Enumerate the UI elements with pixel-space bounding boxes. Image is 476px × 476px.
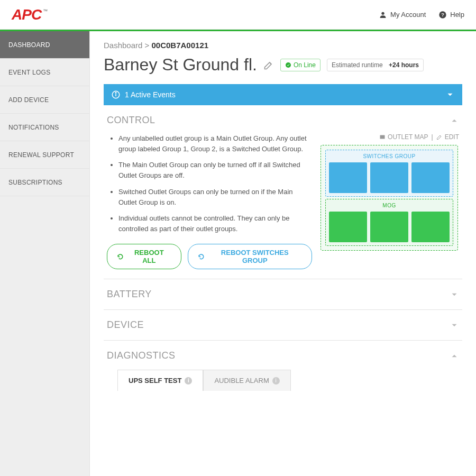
- help-link[interactable]: ? Help: [438, 11, 464, 19]
- control-header[interactable]: CONTROL: [107, 115, 459, 126]
- svg-point-6: [115, 93, 116, 94]
- diagnostics-tabs: UPS SELF TEST i AUDIBLE ALARM i: [117, 370, 459, 391]
- list-item: Individual outlets cannot be controlled.…: [118, 213, 312, 234]
- outlet: [411, 212, 450, 242]
- chevron-up-icon: [450, 116, 459, 125]
- active-events-bar[interactable]: 1 Active Events: [104, 84, 462, 105]
- title-row: Barney St Ground fl. On Line Estimated r…: [104, 55, 462, 75]
- outlet: [411, 162, 450, 193]
- pencil-icon: [263, 60, 274, 70]
- edit-map-link[interactable]: EDIT: [436, 133, 459, 141]
- diagnostics-header[interactable]: DIAGNOSTICS: [107, 350, 459, 361]
- device-header[interactable]: DEVICE: [107, 319, 459, 331]
- list-item: Switched Outlet Groups can only be turne…: [118, 187, 312, 208]
- list-item: Any unlabelled outlet group is a Main Ou…: [118, 133, 312, 154]
- info-icon: i: [272, 377, 280, 385]
- chevron-down-icon: [450, 290, 459, 299]
- svg-point-3: [286, 62, 291, 68]
- outlet: [329, 212, 367, 242]
- breadcrumb-sep: >: [145, 41, 150, 50]
- svg-text:?: ?: [441, 12, 444, 17]
- top-actions: My Account ? Help: [379, 11, 464, 19]
- trademark: ™: [43, 8, 48, 14]
- outlet: [370, 162, 408, 193]
- sidebar-item-notifications[interactable]: NOTIFICATIONS: [0, 114, 89, 141]
- help-label: Help: [450, 11, 464, 19]
- main-outlet-group[interactable]: MOG: [325, 199, 453, 246]
- device-panel: DEVICE: [104, 310, 462, 341]
- chevron-down-icon: [450, 321, 459, 330]
- tab-audible-alarm[interactable]: AUDIBLE ALARM i: [203, 370, 290, 391]
- reboot-switches-button[interactable]: REBOOT SWITCHES GROUP: [188, 244, 312, 269]
- outlet: [329, 162, 367, 193]
- refresh-icon: [117, 253, 124, 260]
- svg-rect-7: [380, 135, 385, 139]
- image-icon: [379, 134, 386, 140]
- battery-panel: BATTERY: [104, 279, 462, 310]
- sidebar-item-event-logs[interactable]: EVENT LOGS: [0, 59, 89, 86]
- top-bar: APC ™ My Account ? Help: [0, 0, 476, 30]
- outlet-map-link[interactable]: OUTLET MAP: [379, 133, 428, 141]
- page-title: Barney St Ground fl.: [104, 55, 257, 75]
- sidebar-item-subscriptions[interactable]: SUBSCRIPTIONS: [0, 169, 89, 196]
- breadcrumb-current: 00C0B7A00121: [152, 41, 209, 50]
- check-circle-icon: [285, 62, 291, 68]
- brand-logo: APC ™: [12, 6, 48, 23]
- sidebar-item-add-device[interactable]: ADD DEVICE: [0, 86, 89, 114]
- chevron-up-icon: [450, 351, 459, 361]
- runtime-badge: Estimated runtime +24 hours: [327, 59, 424, 71]
- brand-text: APC: [12, 6, 41, 23]
- help-icon: ?: [438, 11, 447, 19]
- reboot-all-button[interactable]: REBOOT ALL: [107, 244, 181, 269]
- events-text: 1 Active Events: [125, 90, 176, 99]
- map-actions: OUTLET MAP | EDIT: [321, 133, 459, 141]
- status-badge: On Line: [280, 59, 321, 71]
- switches-group[interactable]: SWITCHES GROUP: [325, 150, 453, 197]
- main-content: Dashboard > 00C0B7A00121 Barney St Groun…: [90, 31, 476, 476]
- refresh-icon: [198, 253, 205, 260]
- sidebar: DASHBOARD EVENT LOGS ADD DEVICE NOTIFICA…: [0, 31, 90, 476]
- control-description: Any unlabelled outlet group is a Main Ou…: [107, 133, 312, 269]
- info-icon: i: [185, 377, 192, 385]
- breadcrumb-root[interactable]: Dashboard: [104, 41, 142, 50]
- my-account-link[interactable]: My Account: [379, 11, 426, 19]
- control-panel: CONTROL Any unlabelled outlet group is a…: [104, 105, 462, 279]
- user-icon: [379, 11, 387, 19]
- svg-point-0: [381, 12, 384, 14]
- edit-title-icon[interactable]: [263, 60, 274, 70]
- breadcrumb: Dashboard > 00C0B7A00121: [104, 41, 462, 50]
- outlet: [370, 212, 408, 242]
- outlet-map: SWITCHES GROUP MOG: [321, 145, 458, 251]
- pencil-icon: [436, 134, 443, 140]
- list-item: The Main Outlet Group can only be turned…: [118, 160, 312, 181]
- sidebar-item-dashboard[interactable]: DASHBOARD: [0, 31, 89, 59]
- sidebar-item-renewal-support[interactable]: RENEWAL SUPPORT: [0, 141, 89, 169]
- my-account-label: My Account: [390, 11, 426, 19]
- info-icon: [111, 90, 121, 99]
- battery-header[interactable]: BATTERY: [107, 289, 459, 300]
- chevron-down-icon: [445, 90, 455, 99]
- tab-ups-self-test[interactable]: UPS SELF TEST i: [117, 370, 203, 391]
- diagnostics-panel: DIAGNOSTICS UPS SELF TEST i AUDIBLE ALAR…: [104, 341, 462, 400]
